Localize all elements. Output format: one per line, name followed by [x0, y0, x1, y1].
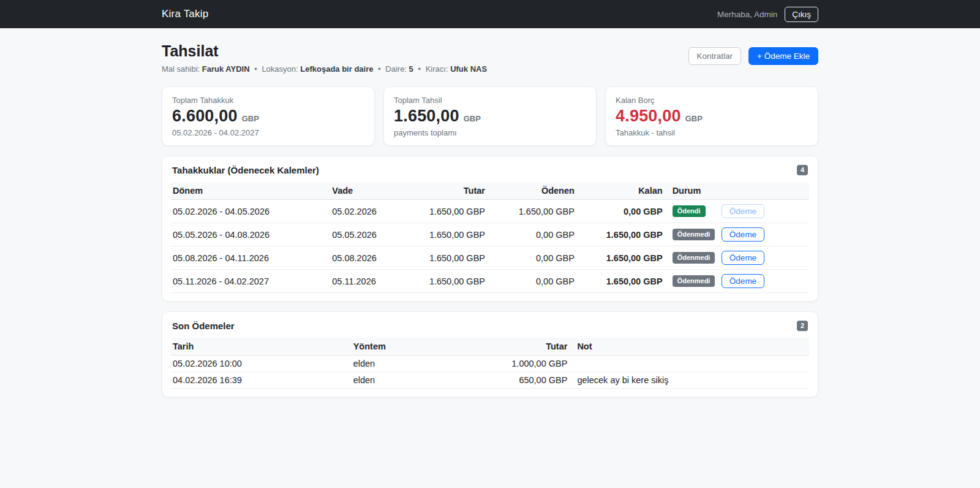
page-title: Tahsilat [162, 42, 487, 60]
remaining-debt-currency: GBP [685, 114, 703, 123]
remaining-cell: 1.650,00 GBP [579, 223, 668, 246]
date-cell: 05.02.2026 10:00 [171, 356, 349, 372]
period-cell: 05.08.2026 - 04.11.2026 [171, 246, 327, 270]
owner-label: Mal sahibi: [162, 64, 200, 74]
total-collected-currency: GBP [464, 114, 481, 123]
contracts-button[interactable]: Kontratlar [688, 47, 742, 65]
total-accrued-currency: GBP [242, 114, 259, 123]
status-badge: Ödendi [673, 205, 706, 217]
remaining-debt-card: Kalan Borç 4.950,00 GBP Tahakkuk - tahsi… [605, 86, 818, 146]
col-method: Yöntem [349, 338, 486, 356]
col-note: Not [572, 338, 809, 356]
period-cell: 05.02.2026 - 04.05.2026 [171, 200, 327, 223]
pay-button[interactable]: Ödeme [722, 204, 764, 218]
total-accrued-sub: 05.02.2026 - 04.02.2027 [172, 128, 364, 137]
amount-cell: 650,00 GBP [486, 372, 573, 389]
total-accrued-label: Toplam Tahakkuk [172, 96, 364, 105]
amount-cell: 1.650,00 GBP [413, 223, 490, 246]
pay-button[interactable]: Ödeme [722, 251, 764, 265]
total-collected-label: Toplam Tahsil [394, 96, 586, 105]
accrual-row: 05.02.2026 - 04.05.2026 05.02.2026 1.650… [171, 200, 809, 223]
pay-button[interactable]: Ödeme [722, 274, 764, 288]
paid-cell: 0,00 GBP [490, 270, 579, 293]
paid-cell: 1.650,00 GBP [490, 200, 579, 223]
payments-table: Tarih Yöntem Tutar Not 05.02.2026 10:00 … [171, 338, 809, 389]
date-cell: 04.02.2026 16:39 [171, 372, 349, 389]
col-due: Vade [327, 182, 413, 200]
remaining-cell: 1.650,00 GBP [579, 270, 668, 293]
due-cell: 05.11.2026 [327, 270, 413, 293]
meta-separator: • [254, 64, 257, 74]
amount-cell: 1.650,00 GBP [413, 200, 490, 223]
total-collected-sub: payments toplamı [394, 128, 586, 137]
accruals-table: Dönem Vade Tutar Ödenen Kalan Durum 05.0… [171, 182, 809, 293]
payment-row: 04.02.2026 16:39 elden 650,00 GBP gelece… [171, 372, 809, 389]
amount-cell: 1.650,00 GBP [413, 246, 490, 270]
payments-title: Son Ödemeler [172, 321, 235, 331]
app-brand[interactable]: Kira Takip [162, 8, 208, 20]
accrual-row: 05.05.2026 - 04.08.2026 05.05.2026 1.650… [171, 223, 809, 246]
amount-cell: 1.650,00 GBP [413, 270, 490, 293]
payments-count-badge: 2 [797, 321, 808, 331]
location-value: Lefkoşada bir daire [300, 64, 373, 74]
payments-card: Son Ödemeler 2 Tarih Yöntem Tutar Not 05… [162, 311, 818, 397]
total-collected-amount: 1.650,00 [394, 107, 459, 126]
col-remaining: Kalan [579, 182, 668, 200]
logout-button[interactable]: Çıkış [785, 7, 818, 22]
add-payment-button[interactable]: + Ödeme Ekle [748, 47, 818, 65]
note-cell: gelecek ay bi kere sikiş [572, 372, 809, 389]
col-amount: Tutar [486, 338, 573, 356]
summary-cards: Toplam Tahakkuk 6.600,00 GBP 05.02.2026 … [162, 86, 818, 146]
accruals-card: Tahakkuklar (Ödenecek Kalemler) 4 Dönem … [162, 156, 818, 302]
tenant-label: Kiracı: [426, 64, 448, 74]
col-date: Tarih [171, 338, 349, 356]
due-cell: 05.08.2026 [327, 246, 413, 270]
paid-cell: 0,00 GBP [490, 246, 579, 270]
unit-value: 5 [409, 64, 413, 74]
location-label: Lokasyon: [262, 64, 298, 74]
due-cell: 05.02.2026 [327, 200, 413, 223]
method-cell: elden [349, 372, 486, 389]
method-cell: elden [349, 356, 486, 372]
status-badge: Ödenmedi [673, 275, 715, 287]
col-period: Dönem [171, 182, 327, 200]
top-navbar: Kira Takip Merhaba, Admin Çıkış [0, 0, 980, 28]
paid-cell: 0,00 GBP [490, 223, 579, 246]
remaining-cell: 0,00 GBP [579, 200, 668, 223]
accrual-row: 05.08.2026 - 04.11.2026 05.08.2026 1.650… [171, 246, 809, 270]
accruals-count-badge: 4 [797, 165, 808, 175]
tenant-value: Ufuk NAS [450, 64, 487, 74]
total-accrued-card: Toplam Tahakkuk 6.600,00 GBP 05.02.2026 … [162, 86, 375, 146]
period-cell: 05.05.2026 - 04.08.2026 [171, 223, 327, 246]
meta-separator: • [418, 64, 421, 74]
unit-label: Daire: [385, 64, 407, 74]
status-badge: Ödenmedi [673, 252, 715, 264]
amount-cell: 1.000,00 GBP [486, 356, 573, 372]
meta-separator: • [378, 64, 381, 74]
page-header: Tahsilat Mal sahibi: Faruk AYDIN • Lokas… [162, 42, 818, 74]
pay-button[interactable]: Ödeme [722, 227, 764, 242]
total-accrued-amount: 6.600,00 [172, 107, 238, 126]
remaining-debt-sub: Tahakkuk - tahsil [616, 128, 808, 137]
payment-row: 05.02.2026 10:00 elden 1.000,00 GBP [171, 356, 809, 372]
user-greeting: Merhaba, Admin [717, 10, 777, 19]
accrual-row: 05.11.2026 - 04.02.2027 05.11.2026 1.650… [171, 270, 809, 293]
col-actions [717, 182, 809, 200]
col-amount: Tutar [413, 182, 490, 200]
remaining-cell: 1.650,00 GBP [579, 246, 668, 270]
period-cell: 05.11.2026 - 04.02.2027 [171, 270, 327, 293]
due-cell: 05.05.2026 [327, 223, 413, 246]
remaining-debt-label: Kalan Borç [616, 96, 808, 105]
accruals-title: Tahakkuklar (Ödenecek Kalemler) [172, 165, 319, 175]
total-collected-card: Toplam Tahsil 1.650,00 GBP payments topl… [383, 86, 597, 146]
status-badge: Ödenmedi [673, 229, 715, 240]
note-cell [572, 356, 809, 372]
owner-value: Faruk AYDIN [202, 64, 250, 74]
remaining-debt-amount: 4.950,00 [616, 107, 681, 126]
col-status: Durum [668, 182, 717, 200]
property-meta: Mal sahibi: Faruk AYDIN • Lokasyon: Lefk… [162, 64, 487, 74]
col-paid: Ödenen [490, 182, 579, 200]
